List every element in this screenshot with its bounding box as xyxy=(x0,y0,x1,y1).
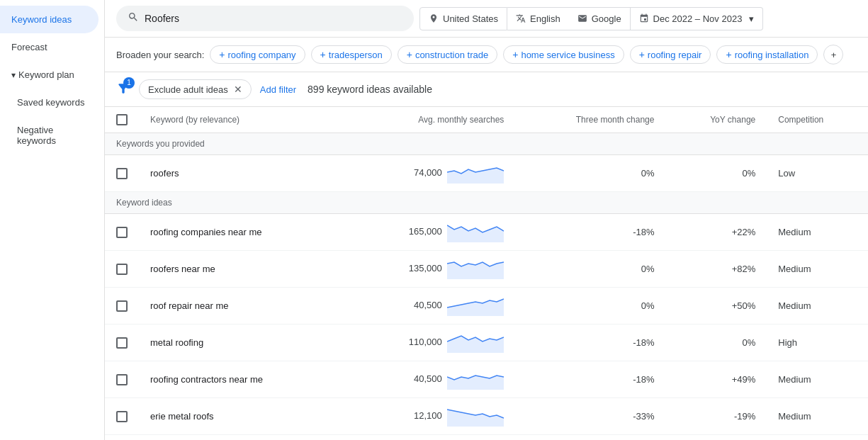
competition-idea-1: Medium xyxy=(767,251,868,288)
keyword-cell-idea-3: metal roofing xyxy=(139,325,340,361)
table-container: Keyword (by relevance) Avg. monthly sear… xyxy=(105,107,868,440)
table-row: roofers near me 135,000 0% +82% Medium xyxy=(105,251,868,288)
competition-idea-4: Medium xyxy=(767,361,868,398)
keyword-cell-idea-1: roofers near me xyxy=(139,251,340,288)
sparkline-idea-2 xyxy=(447,293,504,318)
sparkline-idea-5 xyxy=(447,404,504,429)
table-row: erie metal roofs 12,100 -33% -19% Medium xyxy=(105,398,868,435)
keyword-cell-idea-4: roofing contractors near me xyxy=(139,361,340,398)
avg-idea-4: 40,500 xyxy=(340,361,516,398)
yoy-idea-3: 0% xyxy=(665,325,767,361)
sidebar-item-negative-keywords[interactable]: Negative keywords xyxy=(0,116,98,154)
three-month-idea-1: 0% xyxy=(515,251,665,288)
row-checkbox-provided-0[interactable] xyxy=(116,168,128,179)
avg-idea-5: 12,100 xyxy=(340,398,516,435)
row-checkbox-idea-0[interactable] xyxy=(116,227,128,238)
col-yoy: YoY change xyxy=(665,107,767,133)
row-checkbox-idea-1[interactable] xyxy=(116,264,128,275)
select-all-checkbox[interactable] xyxy=(116,114,128,125)
sparkline-provided-0 xyxy=(447,161,504,186)
exclude-adult-chip[interactable]: Exclude adult ideas ✕ xyxy=(139,79,252,99)
engine-selector[interactable]: Google xyxy=(569,7,631,30)
language-selector[interactable]: English xyxy=(507,7,569,30)
sidebar-item-saved-keywords[interactable]: Saved keywords xyxy=(0,89,98,116)
col-competition: Competition xyxy=(767,107,868,133)
table-row: roofing companies near me 165,000 -18% +… xyxy=(105,214,868,251)
table-row: roofers 74,000 0% 0% Low xyxy=(105,155,868,192)
three-month-idea-0: -18% xyxy=(515,214,665,251)
chevron-down-icon: ▾ xyxy=(11,70,16,80)
broaden-chip-4[interactable]: + roofing repair xyxy=(630,45,711,64)
section-provided: Keywords you provided xyxy=(105,133,868,155)
plus-icon-3: + xyxy=(512,49,518,60)
avg-idea-2: 40,500 xyxy=(340,288,516,325)
plus-icon-4: + xyxy=(639,49,645,60)
plus-icon-2: + xyxy=(407,49,412,60)
sparkline-idea-0 xyxy=(447,220,504,244)
yoy-idea-1: +82% xyxy=(665,251,767,288)
broaden-bar: Broaden your search: + roofing company +… xyxy=(105,38,868,72)
yoy-idea-0: +22% xyxy=(665,214,767,251)
competition-idea-3: High xyxy=(767,325,868,361)
competition-idea-6: Medium xyxy=(767,435,868,441)
row-checkbox-idea-4[interactable] xyxy=(116,374,128,385)
avg-idea-3: 110,000 xyxy=(340,325,516,361)
broaden-chip-2[interactable]: + construction trade xyxy=(398,45,498,64)
three-month-idea-5: -33% xyxy=(515,398,665,435)
plus-icon-5: + xyxy=(726,49,731,60)
three-month-idea-3: -18% xyxy=(515,325,665,361)
keyword-cell-provided-0: roofers xyxy=(139,155,340,192)
broaden-chip-0[interactable]: + roofing company xyxy=(210,45,305,64)
three-month-idea-2: 0% xyxy=(515,288,665,325)
sparkline-idea-4 xyxy=(447,367,504,392)
three-month-idea-6: -18% xyxy=(515,435,665,441)
table-row: roof repair near me 40,500 0% +50% Mediu… xyxy=(105,288,868,325)
date-range-selector[interactable]: Dec 2022 – Nov 2023 ▾ xyxy=(631,7,764,30)
plus-icon-1: + xyxy=(320,49,326,60)
search-box[interactable] xyxy=(116,6,414,31)
row-checkbox-idea-3[interactable] xyxy=(116,337,128,349)
broaden-chip-3[interactable]: + home service business xyxy=(503,45,624,64)
keyword-cell-idea-2: roof repair near me xyxy=(139,288,340,325)
avg-idea-0: 165,000 xyxy=(340,214,516,251)
sparkline-idea-1 xyxy=(447,256,504,281)
table-row: metal roofing 110,000 -18% 0% High xyxy=(105,325,868,361)
sidebar-item-keyword-plan[interactable]: ▾ Keyword plan xyxy=(0,61,98,89)
search-input[interactable] xyxy=(145,13,402,24)
yoy-idea-2: +50% xyxy=(665,288,767,325)
filter-badge: 1 xyxy=(123,77,135,89)
avg-provided-0: 74,000 xyxy=(340,155,516,192)
yoy-idea-4: +49% xyxy=(665,361,767,398)
topbar-selectors: United States English Google Dec 2022 – … xyxy=(419,7,763,30)
col-keyword: Keyword (by relevance) xyxy=(139,107,340,133)
broaden-chip-1[interactable]: + tradesperson xyxy=(311,45,392,64)
broaden-chip-5[interactable]: + roofing installation xyxy=(716,45,818,64)
sidebar-item-keyword-ideas[interactable]: Keyword ideas xyxy=(0,6,98,33)
exclude-adult-remove-icon[interactable]: ✕ xyxy=(234,84,242,95)
competition-idea-0: Medium xyxy=(767,214,868,251)
keyword-cell-idea-5: erie metal roofs xyxy=(139,398,340,435)
row-checkbox-idea-5[interactable] xyxy=(116,411,128,422)
keyword-count: 899 keyword ideas available xyxy=(308,84,432,95)
topbar: United States English Google Dec 2022 – … xyxy=(105,0,868,38)
keyword-table: Keyword (by relevance) Avg. monthly sear… xyxy=(105,107,868,440)
filter-button[interactable]: 1 xyxy=(116,81,130,98)
broaden-more-button[interactable]: + xyxy=(823,45,843,64)
avg-idea-1: 135,000 xyxy=(340,251,516,288)
sidebar: Keyword ideas Forecast ▾ Keyword plan Sa… xyxy=(0,0,105,440)
competition-idea-5: Medium xyxy=(767,398,868,435)
keyword-cell-idea-6: metal roofing near me xyxy=(139,435,340,441)
competition-provided-0: Low xyxy=(767,155,868,192)
col-avg: Avg. monthly searches xyxy=(340,107,516,133)
row-checkbox-idea-2[interactable] xyxy=(116,300,128,312)
yoy-provided-0: 0% xyxy=(665,155,767,192)
competition-idea-2: Medium xyxy=(767,288,868,325)
sidebar-item-forecast[interactable]: Forecast xyxy=(0,33,98,61)
chevron-down-icon: ▾ xyxy=(749,13,754,24)
yoy-idea-5: -19% xyxy=(665,398,767,435)
filter-bar: 1 Exclude adult ideas ✕ Add filter 899 k… xyxy=(105,72,868,107)
add-filter-button[interactable]: Add filter xyxy=(260,84,296,95)
three-month-idea-4: -18% xyxy=(515,361,665,398)
location-selector[interactable]: United States xyxy=(419,7,507,30)
search-icon xyxy=(128,11,139,26)
